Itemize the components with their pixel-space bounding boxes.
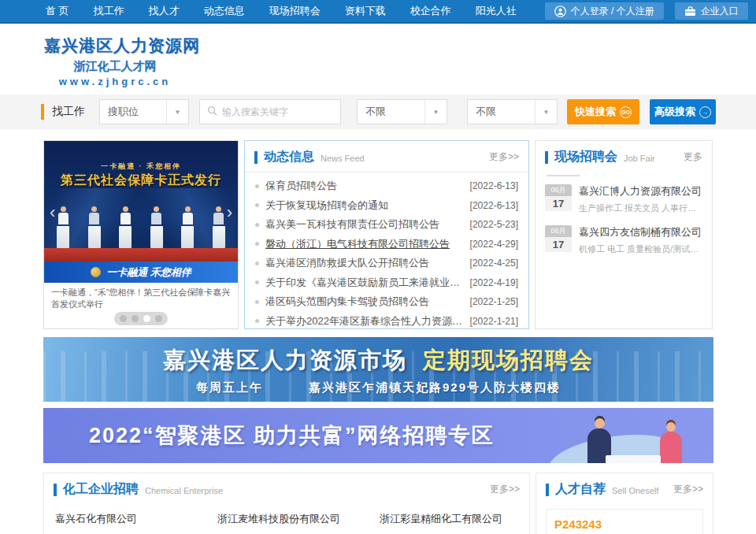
bullet-icon [255, 300, 259, 304]
slide-footer-banner: 一卡融通 禾您相伴 [44, 261, 238, 283]
chemical-enterprise-subtitle: Chemical Enterprise [145, 486, 223, 495]
news-item[interactable]: 保育员招聘公告 [2022-6-13] [255, 176, 518, 196]
chemical-company-item[interactable]: 浙江彩皇精细化工有限公司 普工（制造科） 营业担当 [380, 512, 534, 534]
job-fair-more-link[interactable]: 更多 [684, 150, 702, 164]
advanced-search-label: 高级搜索 [654, 105, 695, 119]
news-item[interactable]: 港区码头范围内集卡驾驶员招聘公告 [2022-1-25] [255, 292, 518, 312]
carousel-next-arrow[interactable]: › [227, 204, 232, 221]
job-fair-company[interactable]: 嘉兴汇博人力资源有限公司 [579, 184, 702, 198]
bullet-icon [255, 203, 259, 207]
chemical-company-item[interactable]: 嘉兴石化有限公司 工艺员 设备管理 警卫（残疾工） [55, 512, 209, 534]
chemical-enterprise-more-link[interactable]: 更多>> [490, 483, 520, 496]
keyword-search-field[interactable] [199, 99, 341, 124]
chevron-down-icon: ▼ [535, 100, 557, 124]
section-accent-bar [546, 484, 549, 496]
chemical-company-list: 嘉兴石化有限公司 工艺员 设备管理 警卫（残疾工） 浙江麦堆科技股份有限公司 销… [44, 504, 529, 534]
news-feed-more-link[interactable]: 更多>> [489, 150, 519, 164]
slide-people-decor [44, 206, 238, 248]
job-fair-panel: 现场招聘会 Job Fair 更多 06月 17 嘉兴汇博人力资源有限公司 生产… [535, 140, 713, 329]
search-category-value: 搜职位 [100, 105, 166, 119]
chevron-down-icon: ▼ [424, 100, 447, 124]
carousel-prev-arrow[interactable]: ‹ [50, 204, 55, 221]
search-accent-bar [41, 104, 44, 120]
divider [547, 175, 580, 176]
nav-link-sunshine-hr[interactable]: 阳光人社 [476, 4, 517, 18]
news-item[interactable]: 磐动（浙江）电气科技有限公司招聘公告 [2022-4-29] [255, 235, 518, 254]
nav-link-news[interactable]: 动态信息 [204, 4, 245, 18]
job-fair-header: 现场招聘会 Job Fair 更多 [536, 141, 712, 172]
site-subtitle: 浙江化工人才网 [44, 59, 186, 74]
personal-login-register-label: 个人登录 / 个人注册 [571, 5, 654, 18]
news-feed-panel: 动态信息 News Feed 更多>> 保育员招聘公告 [2022-6-13] … [244, 140, 529, 329]
carousel-slide[interactable]: 一卡融通 · 禾您相伴 第三代社会保障卡正式发行 一卡融通 禾您相伴 ‹ › [44, 141, 238, 283]
slide-title: 第三代社会保障卡正式发行 [44, 172, 238, 189]
job-fair-item[interactable]: 06月 17 嘉兴四方友信制桶有限公司 机修工 电工 质量检验员/测试员 叉车.… [545, 225, 702, 255]
carousel-dot-4[interactable] [155, 315, 162, 322]
talent-header: 人才自荐 Sell Oneself 更多>> [536, 473, 713, 504]
nav-link-downloads[interactable]: 资料下载 [345, 4, 386, 18]
keyword-search-input[interactable] [222, 106, 324, 117]
search-category-select[interactable]: 搜职位 ▼ [99, 99, 189, 124]
filter-1-value: 不限 [358, 105, 424, 119]
bullet-icon [255, 280, 259, 284]
nav-links: 首 页 找工作 找人才 动态信息 现场招聘会 资料下载 校企合作 阳光人社 [46, 4, 517, 18]
date-badge: 06月 17 [545, 184, 572, 214]
chevron-down-icon: ▼ [166, 100, 188, 124]
chemical-company-item[interactable]: 浙江麦堆科技股份有限公司 销售专员 会计 土建主管 [217, 512, 372, 534]
slide-footer-text: 一卡融通 禾您相伴 [106, 265, 191, 280]
talent-card[interactable]: P243243 男 ｜ 嘉兴市-嘉兴港区 ｜ 八年以上 [546, 509, 703, 534]
filter-select-2[interactable]: 不限 ▼ [467, 99, 558, 124]
nav-actions: 个人登录 / 个人注册 企业入口 [545, 2, 748, 20]
advanced-search-button[interactable]: 高级搜索 → [650, 99, 716, 124]
site-logo[interactable]: 嘉兴港区人力资源网 浙江化工人才网 www.zjhgrc.cn [44, 35, 186, 87]
date-badge: 06月 17 [545, 225, 572, 255]
filter-2-value: 不限 [468, 105, 535, 119]
news-feed-subtitle: News Feed [321, 154, 365, 163]
search-icon [200, 105, 222, 119]
briefcase-icon [684, 6, 696, 17]
job-fair-positions: 机修工 电工 质量检验员/测试员 叉车... [579, 243, 702, 255]
slide-slogan-small: 一卡融通 · 禾您相伴 [44, 161, 238, 172]
carousel-caption[interactable]: 一卡融通，“禾”您相伴！第三代社会保障卡嘉兴首发仪式举行 [44, 283, 238, 310]
news-carousel: 一卡融通 · 禾您相伴 第三代社会保障卡正式发行 一卡融通 禾您相伴 ‹ › [43, 140, 239, 329]
job-fair-positions: 生产操作工 报关文员 人事行政助理... [579, 202, 702, 214]
talent-panel: 人才自荐 Sell Oneself 更多>> P243243 男 ｜ 嘉兴市-嘉… [536, 473, 713, 534]
search-tab-find-job[interactable]: 找工作 [52, 105, 85, 119]
enterprise-entry-button[interactable]: 企业入口 [675, 2, 748, 20]
news-item[interactable]: 关于印发《嘉兴港区鼓励新员工来港就业补助操作... [2022-4-19] [255, 273, 518, 293]
filter-select-1[interactable]: 不限 ▼ [357, 99, 447, 124]
job-fair-company[interactable]: 嘉兴四方友信制桶有限公司 [579, 225, 702, 239]
carousel-dot-3[interactable] [143, 315, 150, 322]
nav-link-home[interactable]: 首 页 [46, 4, 69, 18]
news-item[interactable]: 嘉兴港区消防救援大队公开招聘公告 [2022-4-25] [255, 254, 518, 273]
news-list: 保育员招聘公告 [2022-6-13] 关于恢复现场招聘会的通知 [2022-6… [245, 172, 528, 331]
talent-more-link[interactable]: 更多>> [673, 483, 703, 496]
online-recruitment-banner[interactable]: 2022“智聚港区 助力共富”网络招聘专区 [43, 408, 713, 463]
banner2-illustration [539, 408, 704, 463]
news-feed-header: 动态信息 News Feed 更多>> [245, 141, 528, 172]
carousel-dots [44, 312, 238, 325]
news-item[interactable]: 嘉兴美一瓦科技有限责任公司招聘公告 [2022-5-23] [255, 215, 518, 235]
chemical-enterprise-header: 化工企业招聘 Chemical Enterprise 更多>> [44, 473, 529, 504]
banner2-title: 2022“智聚港区 助力共富”网络招聘专区 [89, 408, 495, 463]
section-accent-bar [54, 484, 57, 496]
job-fair-subtitle: Job Fair [624, 154, 655, 163]
recruitment-market-banner[interactable]: 嘉兴港区人力资源市场 定期现场招聘会 每周五上午 嘉兴港区乍浦镇天妃路929号人… [43, 337, 713, 402]
quick-search-button[interactable]: 快速搜索 GO [567, 99, 639, 124]
job-fair-item[interactable]: 06月 17 嘉兴汇博人力资源有限公司 生产操作工 报关文员 人事行政助理... [545, 184, 702, 214]
nav-link-job-fair[interactable]: 现场招聘会 [269, 4, 321, 18]
nav-link-find-talent[interactable]: 找人才 [149, 4, 180, 18]
site-header: 嘉兴港区人力资源网 浙江化工人才网 www.zjhgrc.cn [0, 24, 756, 95]
nav-link-school-cooperation[interactable]: 校企合作 [410, 4, 451, 18]
carousel-dot-2[interactable] [132, 315, 139, 322]
carousel-dot-1[interactable] [120, 315, 127, 322]
bullet-icon [255, 184, 259, 188]
gold-seal-icon [91, 267, 101, 277]
section-accent-bar [254, 151, 258, 164]
news-item[interactable]: 关于举办2022年港区新春综合性人力资源暨春风... [2022-1-21] [255, 312, 518, 332]
arrow-right-icon: → [699, 106, 711, 118]
site-url: www.zjhgrc.cn [44, 76, 186, 87]
news-item[interactable]: 关于恢复现场招聘会的通知 [2022-6-13] [255, 196, 518, 216]
personal-login-register-button[interactable]: 个人登录 / 个人注册 [545, 2, 664, 20]
nav-link-find-job[interactable]: 找工作 [94, 4, 124, 18]
